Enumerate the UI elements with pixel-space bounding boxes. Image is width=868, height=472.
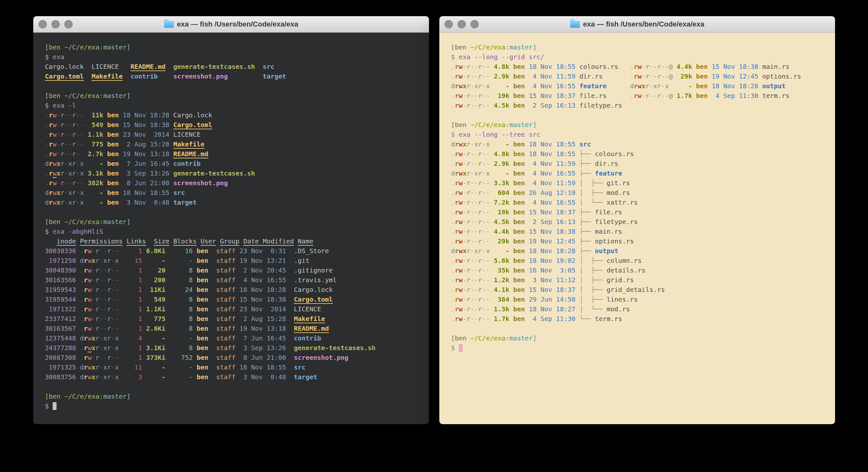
terminal-text-segment: - [470,199,474,206]
minimize-button[interactable] [458,20,466,28]
terminal-text-segment: w [53,121,57,129]
terminal-text-segment: . [451,208,455,216]
terminal-text-segment: x [57,199,60,206]
terminal-text-segment: 4.5k [490,101,513,109]
terminal-text-segment: r [72,130,76,138]
terminal-text-segment: dir.rs [595,160,618,168]
terminal-text-segment: r [84,363,88,371]
terminal-output-right[interactable]: [ben ~/C/e/exa:master]$ exa --long --gri… [439,33,835,424]
window-controls [38,20,73,28]
zoom-button[interactable] [64,20,73,28]
terminal-text-segment: 18 Nov 18:55 [239,363,294,371]
terminal-text-segment: 19 Nov 13:18 [239,325,294,332]
terminal-line [451,324,835,333]
terminal-text-segment: - [653,63,657,70]
terminal-text-segment: 18 Nov 18:55 [123,189,174,197]
terminal-text-segment: - [482,189,486,197]
terminal-text-segment: - [482,199,486,206]
terminal-text-segment: - [474,189,478,197]
terminal-text-segment: colours.rs [579,63,618,70]
terminal-text-segment: w [459,199,463,206]
terminal-text-segment: [ben [45,43,64,51]
terminal-text-segment: r [455,276,459,284]
zoom-button[interactable] [470,20,479,28]
terminal-text-segment: . [80,295,84,303]
terminal-text-segment: - [64,150,68,158]
terminal-text-segment: ben [197,363,216,371]
terminal-text-segment: src [529,130,540,138]
terminal-text-segment: 3.1k [84,169,107,177]
terminal-text-segment: w [459,286,463,294]
terminal-text-segment: 3 Nov 0:48 [239,373,294,381]
terminal-text-segment: - [80,140,84,148]
terminal-text-segment: filetype.rs [595,218,638,226]
terminal-text-segment: d [45,189,49,197]
titlebar-right[interactable]: exa — fish /Users/ben/Code/exa/exa [439,16,835,33]
terminal-text-segment: r [478,140,482,148]
terminal-text-segment: - [115,266,119,274]
terminal-text-segment: . [451,101,455,109]
terminal-text-segment: r [107,286,111,294]
terminal-text-segment: w [459,140,463,148]
terminal-text-segment: r [478,305,482,313]
terminal-text-segment: r [107,276,111,284]
terminal-text-segment: file.rs [595,208,622,216]
close-button[interactable] [38,20,47,28]
terminal-text-segment: r [657,82,661,90]
terminal-text-segment: 4 Sep 11:30 [712,92,763,99]
close-button[interactable] [444,20,453,28]
terminal-text-segment: - [482,150,486,158]
terminal-text-segment: - [99,373,103,381]
terminal-text-segment: r [107,373,111,381]
terminal-text-segment: - [57,121,60,129]
terminal-line: .rw-r--r-- 604 ben 26 Aug 12:19 │ ├── mo… [451,188,835,198]
terminal-line: 30030336 .rw-r--r-- 1 6.0Ki 16 ben staff… [45,246,429,256]
terminal-text-segment: 3 Sep 13:26 [123,169,174,177]
terminal-text-segment: :master] [99,392,130,400]
terminal-text-segment: - [76,160,80,168]
terminal-text-segment: w [459,82,463,90]
terminal-text-segment: r [84,325,88,332]
terminal-text-segment: - [64,140,68,148]
terminal-text-segment: - [111,276,115,284]
terminal-line: drwxr-xr-x - ben 18 Nov 18:28 ├── output [451,246,835,256]
terminal-text-segment: r [478,63,482,70]
terminal-text-segment: w [459,189,463,197]
terminal-text-segment: 1971322 [45,305,80,313]
terminal-text-segment: ben [107,111,123,119]
terminal-text-segment: 15 Nov 18:37 [529,92,580,99]
terminal-text-segment: r [107,295,111,303]
terminal-text-segment: │ ├── [579,295,606,303]
terminal-text-segment: - [482,82,486,90]
terminal-text-segment: ben [513,63,529,70]
terminal-text-segment: Makefile [92,72,123,80]
terminal-text-segment: 1 [119,247,146,255]
terminal-text-segment: Permissions [80,237,122,245]
terminal-text-segment: w [459,295,463,303]
terminal-text-segment: x [115,334,119,342]
terminal-text-segment: - [64,189,68,197]
terminal-text-segment: 1 [119,266,146,274]
terminal-text-segment: w [459,218,463,226]
terminal-text-segment: 4 Sep 11:30 [529,315,580,323]
terminal-output-left[interactable]: [ben ~/C/e/exa:master]$ exaCargo.lock LI… [33,33,429,424]
terminal-text-segment: d [451,82,455,90]
terminal-line: 1971322 .rw-r--r-- 1 1.1Ki 8 ben staff 2… [45,304,429,314]
terminal-line: drwxr-xr-x - ben 4 Nov 16:55 feature drw… [451,81,835,91]
terminal-text-segment: 16 [169,247,196,255]
terminal-text-segment: - [474,228,478,235]
minimize-button[interactable] [51,20,60,28]
terminal-text-segment: 1 [119,305,146,313]
terminal-text-segment: 1 [119,276,146,284]
terminal-text-segment: [ben [451,334,470,342]
terminal-text-segment: - [470,305,474,313]
terminal-text-segment: 31959543 [45,286,80,294]
terminal-text-segment: - [661,82,665,90]
terminal-text-segment: - [57,179,60,187]
terminal-text-segment: staff [216,266,239,274]
terminal-text-segment: - [470,295,474,303]
window-controls [444,20,479,28]
titlebar-left[interactable]: exa — fish /Users/ben/Code/exa/exa [33,16,429,33]
terminal-text-segment: - [76,130,80,138]
terminal-text-segment: x [665,82,669,90]
